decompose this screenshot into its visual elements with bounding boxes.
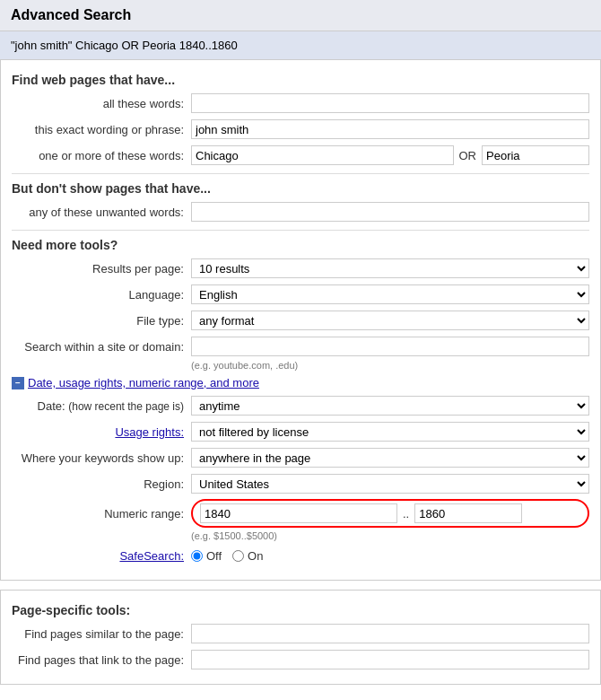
more-tools-header: Need more tools? [12,238,589,252]
exact-phrase-label: this exact wording or phrase: [12,123,191,136]
region-select[interactable]: United States any country/region [191,474,589,494]
dont-show-header: But don't show pages that have... [12,181,589,196]
unwanted-words-row: any of these unwanted words: [12,201,589,223]
safesearch-off-radio[interactable] [191,550,203,562]
date-label: Date: (how recent the page is) [12,399,191,413]
numeric-range-hint: (e.g. $1500..$5000) [12,530,589,541]
all-words-input[interactable] [191,93,589,113]
region-label: Region: [12,477,191,491]
safesearch-off-label[interactable]: Off [191,549,222,563]
toggle-section: − Date, usage rights, numeric range, and… [12,376,589,389]
safesearch-on-text: On [248,549,263,563]
page-wrapper: Advanced Search "john smith" Chicago OR … [0,0,601,685]
exact-phrase-row: this exact wording or phrase: [12,118,589,140]
usage-rights-row: Usage rights: not filtered by license fr… [12,421,589,442]
similar-pages-row: Find pages similar to the page: [12,623,589,644]
unwanted-words-input[interactable] [191,202,589,222]
safesearch-on-label[interactable]: On [232,549,263,563]
language-row: Language: English Any language [12,284,589,305]
date-row: Date: (how recent the page is) anytime p… [12,395,589,416]
all-words-row: all these words: [12,92,589,114]
usage-rights-link[interactable]: Usage rights: [115,425,184,439]
toggle-link[interactable]: Date, usage rights, numeric range, and m… [28,376,259,389]
safesearch-label: SafeSearch: [12,549,191,563]
file-type-select[interactable]: any format PDF Word [191,311,589,330]
file-type-row: File type: any format PDF Word [12,310,589,331]
numeric-range-row: Numeric range: .. [12,499,589,528]
file-type-label: File type: [12,314,191,328]
results-per-page-label: Results per page: [12,262,191,276]
site-domain-label: Search within a site or domain: [12,340,191,354]
usage-rights-label: Usage rights: [12,425,191,439]
all-words-label: all these words: [12,97,191,110]
safesearch-row: SafeSearch: Off On [12,545,589,566]
numeric-range-highlight: .. [191,499,589,528]
site-domain-row: Search within a site or domain: [12,336,589,357]
keywords-show-select[interactable]: anywhere in the page in the title of the… [191,448,589,468]
safesearch-on-radio[interactable] [232,550,244,562]
safesearch-off-text: Off [206,549,222,563]
similar-pages-label: Find pages similar to the page: [12,627,191,641]
query-bar: "john smith" Chicago OR Peoria 1840..186… [0,31,601,60]
main-content: Find web pages that have... all these wo… [0,60,601,581]
toggle-icon[interactable]: − [12,377,24,389]
link-pages-label: Find pages that link to the page: [12,653,191,667]
link-pages-row: Find pages that link to the page: [12,649,589,670]
dotdot: .. [397,507,414,521]
numeric-range-to-input[interactable] [414,503,522,523]
date-select[interactable]: anytime past 24 hours past week past mon… [191,396,589,416]
results-per-page-select[interactable]: 10 results 20 results 30 results 50 resu… [191,258,589,278]
site-domain-hint: (e.g. youtube.com, .edu) [12,360,589,371]
region-row: Region: United States any country/region [12,473,589,494]
site-domain-input[interactable] [191,337,589,356]
find-section-header: Find web pages that have... [12,73,589,87]
or-text: OR [454,149,483,162]
numeric-range-label: Numeric range: [12,507,191,521]
link-pages-input[interactable] [191,650,589,669]
numeric-range-from-input[interactable] [200,503,397,523]
language-label: Language: [12,288,191,302]
exact-phrase-input[interactable] [191,119,589,139]
or-input[interactable] [482,145,589,165]
one-or-more-label: one or more of these words: [12,149,191,162]
language-select[interactable]: English Any language [191,284,589,304]
safesearch-link[interactable]: SafeSearch: [119,549,184,563]
usage-rights-select[interactable]: not filtered by license free to use or s… [191,422,589,442]
results-per-page-row: Results per page: 10 results 20 results … [12,258,589,279]
unwanted-words-label: any of these unwanted words: [12,206,191,219]
one-or-more-input[interactable] [191,145,454,165]
page-tools-header: Page-specific tools: [12,603,589,617]
similar-pages-input[interactable] [191,624,589,643]
safesearch-radio-group: Off On [191,549,263,563]
page-tools-section: Page-specific tools: Find pages similar … [0,590,601,685]
page-title: Advanced Search [11,7,590,23]
query-text: "john smith" Chicago OR Peoria 1840..186… [11,39,238,52]
title-section: Advanced Search [0,0,601,31]
keywords-show-label: Where your keywords show up: [12,451,191,465]
keywords-show-row: Where your keywords show up: anywhere in… [12,447,589,468]
one-or-more-row: one or more of these words: OR [12,144,589,166]
